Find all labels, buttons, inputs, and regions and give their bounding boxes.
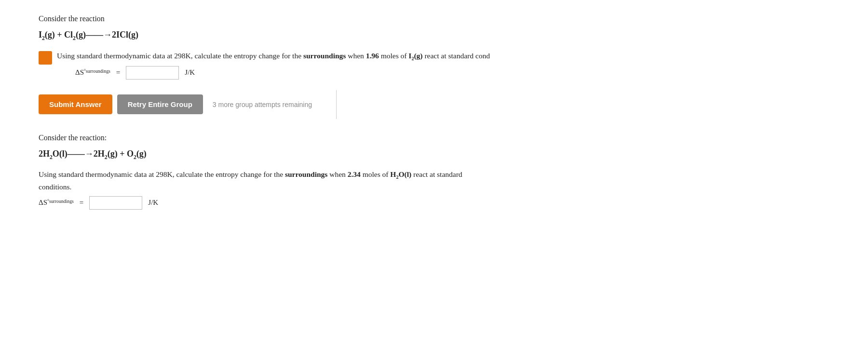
consider-text-2: Consider the reaction: <box>39 133 685 142</box>
equals-sign-2: = <box>80 199 83 207</box>
retry-button[interactable]: Retry Entire Group <box>117 94 203 114</box>
consider-text-1: Consider the reaction <box>39 14 685 23</box>
equals-sign-1: = <box>116 68 120 77</box>
problem-text-2: Using standard thermodynamic data at 298… <box>39 169 685 192</box>
vertical-divider <box>336 90 337 119</box>
attempts-remaining: 3 more group attempts remaining <box>213 101 312 108</box>
unit-label-2: J/K <box>148 199 158 207</box>
delta-label-2: ΔS°surroundings <box>39 199 74 207</box>
orange-indicator-1 <box>39 51 52 65</box>
answer-input-2[interactable] <box>89 196 142 210</box>
reaction-equation-2: 2H2O(l)——→2H2(g) + O2(g) <box>39 149 685 160</box>
answer-input-1[interactable] <box>126 66 179 80</box>
problem-text-1: Using standard thermodynamic data at 298… <box>57 50 490 62</box>
reaction-equation-1: I2(g) + Cl2(g)——→2ICl(g) <box>39 30 685 41</box>
unit-label-1: J/K <box>185 68 195 77</box>
submit-button[interactable]: Submit Answer <box>39 94 112 114</box>
delta-label-1: ΔS°surroundings <box>75 68 110 77</box>
